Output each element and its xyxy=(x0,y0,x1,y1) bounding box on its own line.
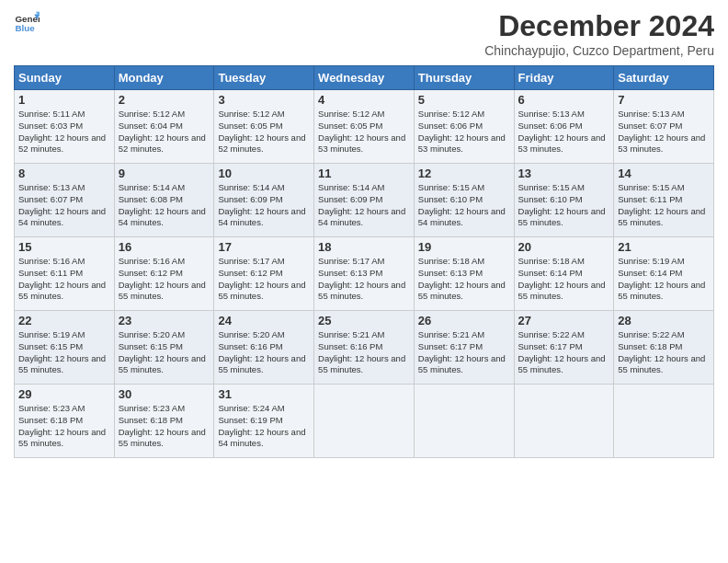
day-info: Sunrise: 5:13 AM Sunset: 6:07 PM Dayligh… xyxy=(618,109,710,155)
col-friday: Friday xyxy=(514,66,614,90)
svg-text:Blue: Blue xyxy=(15,23,35,33)
calendar-week-row: 8 Sunrise: 5:13 AM Sunset: 6:07 PM Dayli… xyxy=(15,164,714,237)
table-row: 20 Sunrise: 5:18 AM Sunset: 6:14 PM Dayl… xyxy=(514,237,614,311)
table-row: 16 Sunrise: 5:16 AM Sunset: 6:12 PM Dayl… xyxy=(114,237,214,311)
day-number: 4 xyxy=(318,93,410,107)
calendar-week-row: 1 Sunrise: 5:11 AM Sunset: 6:03 PM Dayli… xyxy=(15,90,714,164)
day-info: Sunrise: 5:20 AM Sunset: 6:15 PM Dayligh… xyxy=(119,329,210,376)
col-saturday: Saturday xyxy=(614,66,714,90)
table-row: 23 Sunrise: 5:20 AM Sunset: 6:15 PM Dayl… xyxy=(114,311,214,385)
day-number: 1 xyxy=(18,93,110,107)
day-info: Sunrise: 5:14 AM Sunset: 6:09 PM Dayligh… xyxy=(318,182,410,229)
day-info: Sunrise: 5:15 AM Sunset: 6:10 PM Dayligh… xyxy=(418,182,510,229)
day-number: 19 xyxy=(418,240,510,254)
day-info: Sunrise: 5:12 AM Sunset: 6:06 PM Dayligh… xyxy=(418,109,510,155)
day-number: 23 xyxy=(119,314,210,327)
day-info: Sunrise: 5:19 AM Sunset: 6:15 PM Dayligh… xyxy=(18,329,110,376)
day-number: 14 xyxy=(618,167,710,180)
day-number: 29 xyxy=(18,387,110,401)
day-info: Sunrise: 5:19 AM Sunset: 6:14 PM Dayligh… xyxy=(618,256,710,303)
day-info: Sunrise: 5:21 AM Sunset: 6:16 PM Dayligh… xyxy=(318,329,410,376)
day-info: Sunrise: 5:15 AM Sunset: 6:10 PM Dayligh… xyxy=(518,182,610,229)
calendar-week-row: 22 Sunrise: 5:19 AM Sunset: 6:15 PM Dayl… xyxy=(15,311,714,385)
calendar-week-row: 15 Sunrise: 5:16 AM Sunset: 6:11 PM Dayl… xyxy=(15,237,714,311)
table-row: 22 Sunrise: 5:19 AM Sunset: 6:15 PM Dayl… xyxy=(15,311,115,385)
title-block: December 2024 Chinchaypujio, Cuzco Depar… xyxy=(484,9,714,58)
empty-cell xyxy=(614,385,714,458)
header: General Blue December 2024 Chinchaypujio… xyxy=(14,9,714,58)
day-number: 7 xyxy=(618,93,710,107)
day-number: 20 xyxy=(518,240,610,254)
table-row: 11 Sunrise: 5:14 AM Sunset: 6:09 PM Dayl… xyxy=(314,164,415,237)
day-number: 22 xyxy=(18,314,110,327)
day-info: Sunrise: 5:14 AM Sunset: 6:08 PM Dayligh… xyxy=(119,182,210,229)
day-number: 13 xyxy=(518,167,610,180)
table-row: 3 Sunrise: 5:12 AM Sunset: 6:05 PM Dayli… xyxy=(214,90,314,164)
calendar-header-row: Sunday Monday Tuesday Wednesday Thursday… xyxy=(15,66,714,90)
day-info: Sunrise: 5:13 AM Sunset: 6:06 PM Dayligh… xyxy=(518,109,610,155)
table-row: 18 Sunrise: 5:17 AM Sunset: 6:13 PM Dayl… xyxy=(314,237,415,311)
calendar-week-row: 29 Sunrise: 5:23 AM Sunset: 6:18 PM Dayl… xyxy=(15,385,714,458)
day-number: 28 xyxy=(618,314,710,327)
col-wednesday: Wednesday xyxy=(314,66,415,90)
table-row: 26 Sunrise: 5:21 AM Sunset: 6:17 PM Dayl… xyxy=(414,311,514,385)
day-info: Sunrise: 5:12 AM Sunset: 6:04 PM Dayligh… xyxy=(119,109,210,155)
day-number: 3 xyxy=(218,93,310,107)
day-info: Sunrise: 5:17 AM Sunset: 6:12 PM Dayligh… xyxy=(218,256,310,303)
day-info: Sunrise: 5:12 AM Sunset: 6:05 PM Dayligh… xyxy=(218,109,310,155)
table-row: 10 Sunrise: 5:14 AM Sunset: 6:09 PM Dayl… xyxy=(214,164,314,237)
day-info: Sunrise: 5:11 AM Sunset: 6:03 PM Dayligh… xyxy=(18,109,110,155)
day-number: 15 xyxy=(18,240,110,254)
day-number: 27 xyxy=(518,314,610,327)
table-row: 9 Sunrise: 5:14 AM Sunset: 6:08 PM Dayli… xyxy=(114,164,214,237)
col-tuesday: Tuesday xyxy=(214,66,314,90)
day-number: 12 xyxy=(418,167,510,180)
table-row: 8 Sunrise: 5:13 AM Sunset: 6:07 PM Dayli… xyxy=(15,164,115,237)
day-number: 5 xyxy=(418,93,510,107)
day-number: 26 xyxy=(418,314,510,327)
day-number: 18 xyxy=(318,240,410,254)
day-number: 6 xyxy=(518,93,610,107)
day-number: 21 xyxy=(618,240,710,254)
day-info: Sunrise: 5:23 AM Sunset: 6:18 PM Dayligh… xyxy=(119,403,210,450)
logo-icon: General Blue xyxy=(14,9,40,35)
day-number: 30 xyxy=(119,387,210,401)
col-sunday: Sunday xyxy=(15,66,115,90)
day-info: Sunrise: 5:22 AM Sunset: 6:17 PM Dayligh… xyxy=(518,329,610,376)
day-info: Sunrise: 5:22 AM Sunset: 6:18 PM Dayligh… xyxy=(618,329,710,376)
table-row: 24 Sunrise: 5:20 AM Sunset: 6:16 PM Dayl… xyxy=(214,311,314,385)
table-row: 14 Sunrise: 5:15 AM Sunset: 6:11 PM Dayl… xyxy=(614,164,714,237)
day-info: Sunrise: 5:24 AM Sunset: 6:19 PM Dayligh… xyxy=(218,403,310,450)
table-row: 6 Sunrise: 5:13 AM Sunset: 6:06 PM Dayli… xyxy=(514,90,614,164)
day-info: Sunrise: 5:17 AM Sunset: 6:13 PM Dayligh… xyxy=(318,256,410,303)
day-info: Sunrise: 5:12 AM Sunset: 6:05 PM Dayligh… xyxy=(318,109,410,155)
day-info: Sunrise: 5:18 AM Sunset: 6:13 PM Dayligh… xyxy=(418,256,510,303)
day-info: Sunrise: 5:16 AM Sunset: 6:12 PM Dayligh… xyxy=(119,256,210,303)
table-row: 19 Sunrise: 5:18 AM Sunset: 6:13 PM Dayl… xyxy=(414,237,514,311)
table-row: 21 Sunrise: 5:19 AM Sunset: 6:14 PM Dayl… xyxy=(614,237,714,311)
table-row: 12 Sunrise: 5:15 AM Sunset: 6:10 PM Dayl… xyxy=(414,164,514,237)
table-row: 29 Sunrise: 5:23 AM Sunset: 6:18 PM Dayl… xyxy=(15,385,115,458)
table-row: 27 Sunrise: 5:22 AM Sunset: 6:17 PM Dayl… xyxy=(514,311,614,385)
day-number: 17 xyxy=(218,240,310,254)
table-row: 30 Sunrise: 5:23 AM Sunset: 6:18 PM Dayl… xyxy=(114,385,214,458)
table-row: 13 Sunrise: 5:15 AM Sunset: 6:10 PM Dayl… xyxy=(514,164,614,237)
table-row: 28 Sunrise: 5:22 AM Sunset: 6:18 PM Dayl… xyxy=(614,311,714,385)
table-row: 4 Sunrise: 5:12 AM Sunset: 6:05 PM Dayli… xyxy=(314,90,415,164)
table-row: 5 Sunrise: 5:12 AM Sunset: 6:06 PM Dayli… xyxy=(414,90,514,164)
day-number: 10 xyxy=(218,167,310,180)
empty-cell xyxy=(514,385,614,458)
day-number: 2 xyxy=(119,93,210,107)
day-info: Sunrise: 5:15 AM Sunset: 6:11 PM Dayligh… xyxy=(618,182,710,229)
day-number: 16 xyxy=(119,240,210,254)
location-subtitle: Chinchaypujio, Cuzco Department, Peru xyxy=(484,43,714,58)
day-info: Sunrise: 5:18 AM Sunset: 6:14 PM Dayligh… xyxy=(518,256,610,303)
table-row: 1 Sunrise: 5:11 AM Sunset: 6:03 PM Dayli… xyxy=(15,90,115,164)
day-number: 8 xyxy=(18,167,110,180)
day-number: 25 xyxy=(318,314,410,327)
day-info: Sunrise: 5:21 AM Sunset: 6:17 PM Dayligh… xyxy=(418,329,510,376)
empty-cell xyxy=(414,385,514,458)
table-row: 15 Sunrise: 5:16 AM Sunset: 6:11 PM Dayl… xyxy=(15,237,115,311)
day-number: 9 xyxy=(119,167,210,180)
month-year-title: December 2024 xyxy=(484,9,714,43)
